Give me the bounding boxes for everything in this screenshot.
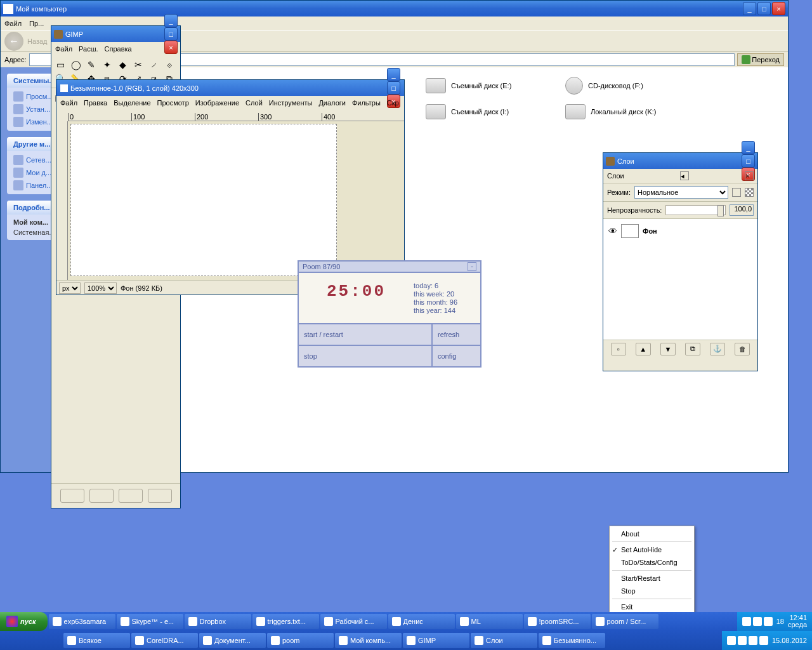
ellipse-select-icon[interactable]: ◯: [69, 58, 83, 72]
drive-item[interactable]: Съемный диск (E:): [426, 77, 553, 95]
task-btn[interactable]: poom / Scr...: [592, 614, 658, 629]
picker-icon[interactable]: ⟐: [162, 58, 176, 72]
ctx-start-restart[interactable]: Start/Restart: [610, 572, 694, 585]
transparency-icon[interactable]: [745, 188, 754, 197]
menu-icon[interactable]: ◂: [680, 171, 689, 180]
tray-icon[interactable]: [749, 636, 757, 645]
task-btn[interactable]: Документ...: [199, 633, 266, 648]
ctx-stop[interactable]: Stop: [610, 585, 694, 597]
task-btn[interactable]: poom: [267, 633, 334, 648]
close-panel-icon[interactable]: ×: [745, 171, 754, 180]
maximize-button[interactable]: □: [742, 154, 755, 168]
maximize-button[interactable]: □: [757, 2, 771, 15]
menu-edit[interactable]: Правка: [84, 99, 107, 107]
foot-btn-1[interactable]: [60, 489, 84, 503]
magic-wand-icon[interactable]: ✦: [100, 58, 114, 72]
task-btn[interactable]: !poomSRC...: [524, 614, 591, 629]
clock[interactable]: 12:41 среда: [788, 614, 807, 628]
gimp-titlebar[interactable]: GIMP _ □ ×: [51, 26, 180, 42]
close-button[interactable]: ×: [772, 2, 785, 15]
tray-icons[interactable]: [727, 636, 768, 645]
task-btn[interactable]: Безымянно...: [539, 633, 605, 648]
close-button[interactable]: ×: [164, 41, 178, 54]
task-btn[interactable]: triggers.txt...: [252, 614, 319, 629]
task-btn[interactable]: CorelDRA...: [131, 633, 198, 648]
tray-icon[interactable]: [759, 636, 768, 645]
menu-select[interactable]: Выделение: [114, 99, 150, 107]
stop-button[interactable]: stop: [299, 346, 433, 366]
go-button[interactable]: Переход: [737, 53, 784, 66]
maximize-button[interactable]: □: [387, 81, 400, 95]
raise-layer-icon[interactable]: ▲: [636, 343, 651, 355]
start-restart-button[interactable]: start / restart: [299, 324, 433, 346]
drive-item[interactable]: Съемный диск (I:): [426, 104, 553, 119]
scissors-icon[interactable]: ✂: [131, 58, 145, 72]
canvas-area[interactable]: [68, 121, 404, 280]
paths-icon[interactable]: ⟋: [147, 58, 161, 72]
new-layer-icon[interactable]: ▫: [611, 343, 626, 355]
tray-icons[interactable]: [742, 617, 773, 626]
menu-layer[interactable]: Слой: [246, 99, 263, 107]
refresh-button[interactable]: refresh: [433, 324, 480, 346]
menu-image[interactable]: Изображение: [195, 99, 239, 107]
slider-thumb[interactable]: [717, 205, 724, 216]
task-btn[interactable]: Skype™ - e...: [117, 614, 183, 629]
tray-icon[interactable]: [753, 617, 762, 626]
task-btn[interactable]: Рабочий с...: [320, 614, 387, 629]
lock-alpha-icon[interactable]: [732, 188, 741, 197]
task-btn[interactable]: Слои: [471, 633, 537, 648]
visibility-icon[interactable]: 👁: [608, 226, 617, 236]
tray-icon[interactable]: [738, 636, 747, 645]
maximize-button[interactable]: □: [164, 27, 178, 41]
canvas-content[interactable]: [70, 124, 337, 276]
ctx-about[interactable]: About: [610, 527, 694, 540]
color-select-icon[interactable]: ◆: [116, 58, 130, 72]
foot-btn-2[interactable]: [89, 489, 114, 503]
explorer-titlebar[interactable]: Мой компьютер _ □ ×: [1, 1, 788, 17]
ctx-set-autohide[interactable]: Set AutoHide: [610, 543, 694, 556]
menu-ext[interactable]: Расш.: [79, 45, 98, 53]
menu-help[interactable]: Справка: [105, 45, 132, 53]
menu-dialogs[interactable]: Диалоги: [318, 99, 346, 107]
blend-mode-select[interactable]: Нормальное: [634, 186, 728, 199]
drive-item[interactable]: CD-дисковод (F:): [565, 77, 692, 95]
foot-btn-3[interactable]: [119, 489, 143, 503]
opacity-slider[interactable]: [665, 205, 726, 215]
menu-more[interactable]: Пр...: [29, 20, 44, 27]
anchor-layer-icon[interactable]: ⚓: [710, 343, 725, 355]
menu-script[interactable]: Скр: [387, 99, 399, 107]
layer-item[interactable]: 👁 Фон: [606, 222, 755, 241]
task-btn[interactable]: Денис: [388, 614, 455, 629]
config-button[interactable]: config: [433, 346, 480, 366]
rect-select-icon[interactable]: ▭: [53, 58, 67, 72]
minimize-button[interactable]: _: [742, 141, 755, 154]
menu-file[interactable]: Файл: [4, 20, 22, 27]
lower-layer-icon[interactable]: ▼: [660, 343, 676, 355]
task-btn[interactable]: GIMP: [403, 633, 469, 648]
task-btn[interactable]: Мой компь...: [335, 633, 402, 648]
tray-icon[interactable]: [727, 636, 736, 645]
minimize-button[interactable]: _: [387, 68, 400, 81]
start-button[interactable]: пуск: [0, 612, 48, 631]
layers-titlebar[interactable]: Слои _ □ ×: [603, 153, 757, 169]
menu-tools[interactable]: Инструменты: [269, 99, 313, 107]
date[interactable]: 15.08.2012: [772, 637, 807, 644]
drive-item[interactable]: Локальный диск (K:): [565, 104, 692, 119]
opacity-value[interactable]: 100,0: [730, 204, 754, 216]
task-btn[interactable]: ML: [456, 614, 523, 629]
menu-filters[interactable]: Фильтры: [352, 99, 381, 107]
task-btn[interactable]: Dropbox: [185, 614, 251, 629]
minimize-button[interactable]: _: [164, 14, 178, 27]
unit-select[interactable]: px: [59, 282, 81, 294]
poom-titlebar[interactable]: Poom 87/90 -: [299, 262, 480, 273]
foot-btn-4[interactable]: [148, 489, 172, 503]
minimize-button[interactable]: _: [743, 2, 756, 15]
ctx-exit[interactable]: Exit: [610, 600, 694, 613]
minimize-icon[interactable]: -: [468, 262, 476, 271]
tray-icon[interactable]: [764, 617, 773, 626]
zoom-select[interactable]: 100%: [84, 282, 117, 294]
task-btn[interactable]: Всякое: [63, 633, 130, 648]
menu-file[interactable]: Файл: [55, 45, 72, 53]
menu-file[interactable]: Файл: [60, 99, 77, 107]
task-btn[interactable]: exp63samara: [49, 614, 115, 629]
